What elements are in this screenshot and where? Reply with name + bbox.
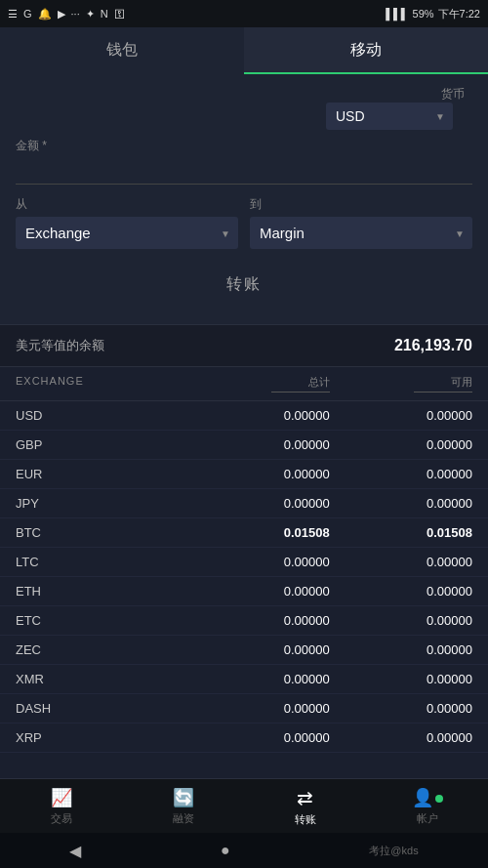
table-row: BTC 0.01508 0.01508 [0, 518, 488, 548]
nav-funding[interactable]: 🔄 融资 [122, 779, 244, 833]
balance-value: 216,193.70 [394, 337, 472, 354]
account-icon: 👤 [412, 787, 443, 808]
row-available: 0.00000 [330, 408, 472, 423]
amount-section: 金额 * [16, 138, 472, 185]
dots: ··· [71, 8, 80, 20]
row-total: 0.00000 [187, 496, 330, 511]
transfer-button[interactable]: 转账 [187, 265, 301, 305]
currency-select[interactable]: USD BTC ETH [326, 103, 453, 130]
funding-icon: 🔄 [173, 787, 194, 808]
row-currency: LTC [16, 555, 187, 569]
nav-transfer[interactable]: ⇄ 转账 [244, 779, 366, 833]
table-header: EXCHANGE 总计 可用 [0, 367, 488, 401]
row-currency: ZEC [16, 642, 187, 657]
row-currency: JPY [16, 496, 187, 511]
table-row: XRP 0.00000 0.00000 [0, 723, 488, 753]
row-available: 0.01508 [330, 525, 472, 540]
signal-icon: ▌▌▌ [386, 8, 408, 20]
th-total: 总计 [308, 375, 330, 390]
row-total: 0.00000 [187, 642, 330, 657]
row-total: 0.00000 [187, 408, 330, 423]
row-total: 0.00000 [187, 701, 330, 716]
to-dropdown-wrapper[interactable]: Margin Exchange Funding [250, 217, 472, 249]
row-available: 0.00000 [330, 496, 472, 511]
row-available: 0.00000 [330, 467, 472, 481]
row-currency: XMR [16, 672, 187, 686]
status-left-icons: ☰ G 🔔 ▶ ··· ✦ N ⚿ [8, 8, 125, 21]
amount-input[interactable] [16, 158, 472, 185]
from-dropdown-wrapper[interactable]: Exchange Margin Funding [16, 217, 238, 249]
tab-bar: 钱包 移动 [0, 27, 488, 74]
tab-wallet[interactable]: 钱包 [0, 27, 244, 74]
row-available: 0.00000 [330, 437, 472, 452]
trade-icon: 📈 [51, 787, 72, 808]
table-row: JPY 0.00000 0.00000 [0, 489, 488, 518]
th-total-wrapper: 总计 [187, 375, 330, 393]
bluetooth-icon: ✦ [86, 8, 95, 21]
from-dropdown[interactable]: Exchange Margin Funding [16, 217, 238, 249]
to-section: 到 Margin Exchange Funding [250, 196, 472, 249]
table-row: LTC 0.00000 0.00000 [0, 548, 488, 577]
row-total: 0.00000 [187, 613, 330, 628]
trade-label: 交易 [51, 811, 72, 826]
row-available: 0.00000 [330, 730, 472, 745]
table-row: ETH 0.00000 0.00000 [0, 577, 488, 606]
amount-label: 金额 * [16, 138, 472, 154]
tab-mobile[interactable]: 移动 [244, 27, 488, 74]
key-icon: ⚿ [114, 8, 125, 20]
row-currency: DASH [16, 701, 187, 716]
table-row: ETC 0.00000 0.00000 [0, 606, 488, 636]
bottom-nav: 📈 交易 🔄 融资 ⇄ 转账 👤 帐户 [0, 778, 488, 833]
table-area: EXCHANGE 总计 可用 USD 0.00000 0.00000 GBP 0… [0, 367, 488, 753]
row-currency: GBP [16, 437, 187, 452]
nfc-icon: N [101, 8, 108, 20]
to-label: 到 [250, 196, 472, 213]
status-right-info: ▌▌▌ 59% 下午7:22 [386, 7, 480, 21]
funding-label: 融资 [173, 811, 194, 826]
transfer-label: 转账 [295, 812, 316, 827]
table-rows: USD 0.00000 0.00000 GBP 0.00000 0.00000 … [0, 401, 488, 753]
bell-icon: 🔔 [38, 8, 52, 21]
table-row: XMR 0.00000 0.00000 [0, 665, 488, 694]
th-exchange: EXCHANGE [16, 375, 187, 393]
app-icon: G [23, 8, 32, 20]
play-icon: ▶ [58, 8, 65, 21]
balance-label: 美元等值的余额 [16, 337, 104, 354]
table-row: USD 0.00000 0.00000 [0, 401, 488, 431]
battery-text: 59% [413, 8, 434, 20]
th-available: 可用 [451, 375, 472, 390]
status-bar: ☰ G 🔔 ▶ ··· ✦ N ⚿ ▌▌▌ 59% 下午7:22 [0, 0, 488, 27]
account-label: 帐户 [417, 811, 438, 826]
row-total: 0.00000 [187, 730, 330, 745]
row-currency: XRP [16, 730, 187, 745]
row-total: 0.00000 [187, 437, 330, 452]
currency-row: 货币 USD BTC ETH [16, 86, 472, 130]
nav-trade[interactable]: 📈 交易 [0, 779, 122, 833]
from-section: 从 Exchange Margin Funding [16, 196, 238, 249]
branding: 考拉@kds [369, 844, 418, 858]
from-label: 从 [16, 196, 238, 213]
balance-area: 美元等值的余额 216,193.70 [0, 324, 488, 367]
back-button[interactable]: ◀ [69, 842, 81, 860]
account-online-dot [435, 795, 443, 803]
home-button[interactable]: ● [221, 842, 230, 859]
table-row: DASH 0.00000 0.00000 [0, 694, 488, 723]
th-available-wrapper: 可用 [330, 375, 472, 393]
nav-account[interactable]: 👤 帐户 [366, 779, 488, 833]
currency-label: 货币 [441, 86, 465, 103]
row-available: 0.00000 [330, 613, 472, 628]
menu-icon: ☰ [8, 8, 18, 21]
to-dropdown[interactable]: Margin Exchange Funding [250, 217, 472, 249]
row-total: 0.00000 [187, 467, 330, 481]
row-available: 0.00000 [330, 701, 472, 716]
transfer-btn-row: 转账 [16, 265, 472, 305]
row-currency: ETH [16, 584, 187, 599]
row-available: 0.00000 [330, 584, 472, 599]
table-row: ZEC 0.00000 0.00000 [0, 636, 488, 665]
row-currency: USD [16, 408, 187, 423]
row-currency: EUR [16, 467, 187, 481]
table-row: GBP 0.00000 0.00000 [0, 431, 488, 460]
system-nav: ◀ ● 考拉@kds [0, 833, 488, 868]
row-total: 0.01508 [187, 525, 330, 540]
currency-select-wrapper[interactable]: USD BTC ETH [326, 103, 453, 130]
